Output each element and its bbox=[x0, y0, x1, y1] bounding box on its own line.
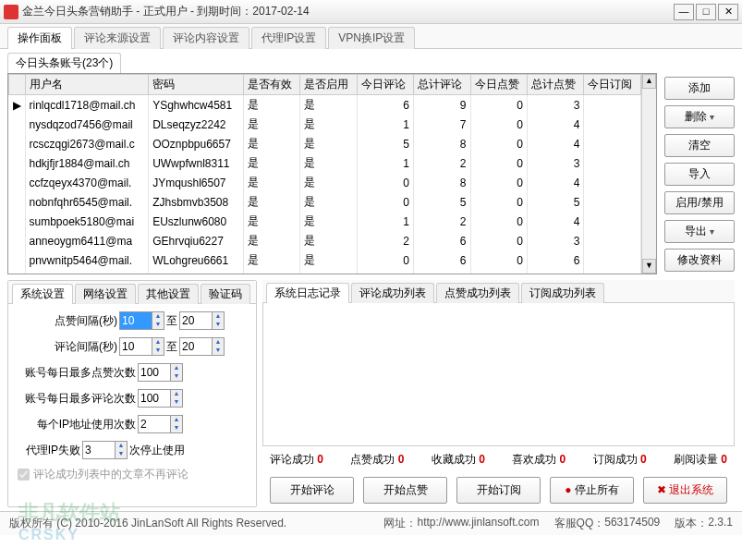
exit-button[interactable]: 退出系统 bbox=[643, 477, 727, 504]
column-header[interactable]: 是否启用 bbox=[300, 75, 357, 95]
comment-interval-label: 评论间隔(秒) bbox=[18, 339, 117, 355]
tab-system-settings[interactable]: 系统设置 bbox=[12, 284, 73, 304]
tab-comment-content[interactable]: 评论内容设置 bbox=[163, 27, 249, 49]
maximize-button[interactable]: □ bbox=[696, 4, 716, 20]
max-like-input[interactable] bbox=[139, 364, 170, 381]
scroll-down[interactable]: ▼ bbox=[642, 259, 656, 274]
to-label: 至 bbox=[166, 313, 177, 329]
app-icon bbox=[4, 5, 18, 19]
delete-button[interactable]: 删除 bbox=[664, 105, 735, 128]
table-row[interactable]: nobnfqhr6545@mail.ZJhsbmvb3508是是0505 bbox=[9, 192, 641, 212]
table-row[interactable]: hdkjfjr1884@mail.chUWwpfwnl8311是是1203 bbox=[9, 153, 641, 173]
clear-button[interactable]: 清空 bbox=[664, 134, 735, 157]
start-comment-button[interactable]: 开始评论 bbox=[270, 477, 354, 504]
footer: 版权所有 (C) 2010-2016 JinLanSoft All Rights… bbox=[0, 511, 742, 535]
scroll-up[interactable]: ▲ bbox=[642, 74, 656, 89]
column-header[interactable]: 总计评论 bbox=[414, 75, 470, 95]
like-interval-label: 点赞间隔(秒) bbox=[18, 313, 117, 329]
import-button[interactable]: 导入 bbox=[664, 163, 735, 186]
tab-system-log[interactable]: 系统日志记录 bbox=[266, 283, 349, 303]
table-row[interactable]: rcsczqgi2673@mail.cOOznpbpu6657是是5804 bbox=[9, 134, 641, 153]
table-row[interactable]: lviocdrq6681@mail.cIEmgkxkp4020是是1305 bbox=[9, 270, 641, 274]
start-like-button[interactable]: 开始点赞 bbox=[363, 477, 447, 504]
proxy-fail-label: 代理IP失败 bbox=[18, 443, 80, 458]
column-header[interactable]: 密码 bbox=[149, 75, 244, 95]
add-button[interactable]: 添加 bbox=[664, 77, 735, 100]
column-header[interactable]: 是否有效 bbox=[243, 75, 299, 95]
like-to-input[interactable] bbox=[180, 312, 212, 329]
window-title: 金兰今日头条营销助手 - 正式用户 - 到期时间：2017-02-14 bbox=[22, 4, 672, 19]
edit-button[interactable]: 修改资料 bbox=[664, 249, 735, 272]
website-link[interactable]: http://www.jinlansoft.com bbox=[417, 516, 539, 531]
table-row[interactable]: ▶rinlqcdl1718@mail.chYSghwhcw4581是是6903 bbox=[9, 95, 641, 116]
no-recomment-label: 评论成功列表中的文章不再评论 bbox=[33, 467, 189, 482]
table-row[interactable]: pnvwnitp5464@mail.WLohgreu6661是是0606 bbox=[9, 250, 641, 270]
account-group-label: 今日头条账号(23个) bbox=[7, 53, 121, 73]
column-header[interactable]: 今日点赞 bbox=[470, 75, 527, 95]
minimize-button[interactable]: — bbox=[674, 4, 694, 20]
column-header[interactable]: 今日评论 bbox=[357, 75, 413, 95]
ip-use-input[interactable] bbox=[139, 416, 170, 432]
table-row[interactable]: ccfzqeyx4370@mail.JYmqushl6507是是0804 bbox=[9, 173, 641, 192]
proxy-fail-suffix: 次停止使用 bbox=[129, 443, 185, 458]
copyright: 版权所有 (C) 2010-2016 JinLanSoft All Rights… bbox=[9, 516, 286, 531]
tab-vpn-ip[interactable]: VPN换IP设置 bbox=[328, 27, 415, 49]
column-header[interactable]: 用户名 bbox=[25, 75, 149, 95]
tab-captcha[interactable]: 验证码 bbox=[201, 284, 250, 304]
tab-other-settings[interactable]: 其他设置 bbox=[138, 284, 199, 304]
action-row: 开始评论 开始点赞 开始订阅 停止所有 退出系统 bbox=[262, 473, 735, 507]
ip-use-label: 每个IP地址使用次数 bbox=[18, 417, 136, 432]
version: 2.3.1 bbox=[708, 516, 733, 531]
close-button[interactable]: ✕ bbox=[718, 4, 738, 20]
vertical-scrollbar[interactable]: ▲ ▼ bbox=[641, 74, 656, 274]
no-recomment-checkbox[interactable] bbox=[18, 469, 30, 481]
log-area[interactable] bbox=[262, 302, 735, 446]
comment-from-input[interactable] bbox=[120, 338, 152, 355]
comment-to-input[interactable] bbox=[180, 338, 212, 355]
max-comment-label: 账号每日最多评论次数 bbox=[18, 391, 136, 407]
tab-comment-success[interactable]: 评论成功列表 bbox=[351, 283, 434, 303]
qq-number: 563174509 bbox=[604, 516, 660, 531]
table-row[interactable]: sumbpoek5180@maiEUszlunw6080是是1204 bbox=[9, 212, 641, 231]
column-header[interactable]: 今日订阅 bbox=[584, 75, 641, 95]
column-header[interactable]: 总计点赞 bbox=[527, 75, 583, 95]
tab-control-panel[interactable]: 操作面板 bbox=[7, 27, 72, 49]
titlebar: 金兰今日头条营销助手 - 正式用户 - 到期时间：2017-02-14 — □ … bbox=[0, 0, 742, 24]
settings-panel: 系统设置 网络设置 其他设置 验证码 点赞间隔(秒) ▲▼ 至 ▲▼ 评论间隔(… bbox=[7, 280, 257, 507]
max-like-label: 账号每日最多点赞次数 bbox=[18, 365, 136, 381]
tab-proxy-ip[interactable]: 代理IP设置 bbox=[251, 27, 326, 49]
like-from-input[interactable] bbox=[120, 312, 152, 329]
table-row[interactable]: nysdqzod7456@mailDLseqzyz2242是是1704 bbox=[9, 115, 641, 134]
account-table-wrap: 用户名密码是否有效是否启用今日评论总计评论今日点赞总计点赞今日订阅 ▶rinlq… bbox=[7, 73, 657, 274]
tab-like-success[interactable]: 点赞成功列表 bbox=[436, 283, 519, 303]
tab-network-settings[interactable]: 网络设置 bbox=[75, 284, 136, 304]
stop-all-button[interactable]: 停止所有 bbox=[550, 477, 634, 504]
proxy-fail-input[interactable] bbox=[83, 442, 115, 458]
export-button[interactable]: 导出 bbox=[664, 220, 735, 243]
table-row[interactable]: anneoygm6411@maGEhrvqiu6227是是2603 bbox=[9, 231, 641, 250]
side-buttons: 添加 删除 清空 导入 启用/禁用 导出 修改资料 bbox=[657, 73, 735, 274]
max-comment-input[interactable] bbox=[139, 390, 170, 407]
enable-button[interactable]: 启用/禁用 bbox=[664, 191, 735, 214]
account-table: 用户名密码是否有效是否启用今日评论总计评论今日点赞总计点赞今日订阅 ▶rinlq… bbox=[8, 74, 641, 274]
main-tabs: 操作面板 评论来源设置 评论内容设置 代理IP设置 VPN换IP设置 bbox=[0, 24, 742, 49]
log-panel: 系统日志记录 评论成功列表 点赞成功列表 订阅成功列表 评论成功 0 点赞成功 … bbox=[262, 280, 735, 507]
tab-subscribe-success[interactable]: 订阅成功列表 bbox=[521, 283, 604, 303]
tab-comment-source[interactable]: 评论来源设置 bbox=[74, 27, 161, 49]
start-subscribe-button[interactable]: 开始订阅 bbox=[456, 477, 541, 504]
status-row: 评论成功 0 点赞成功 0 收藏成功 0 喜欢成功 0 订阅成功 0 刷阅读量 … bbox=[262, 446, 735, 473]
